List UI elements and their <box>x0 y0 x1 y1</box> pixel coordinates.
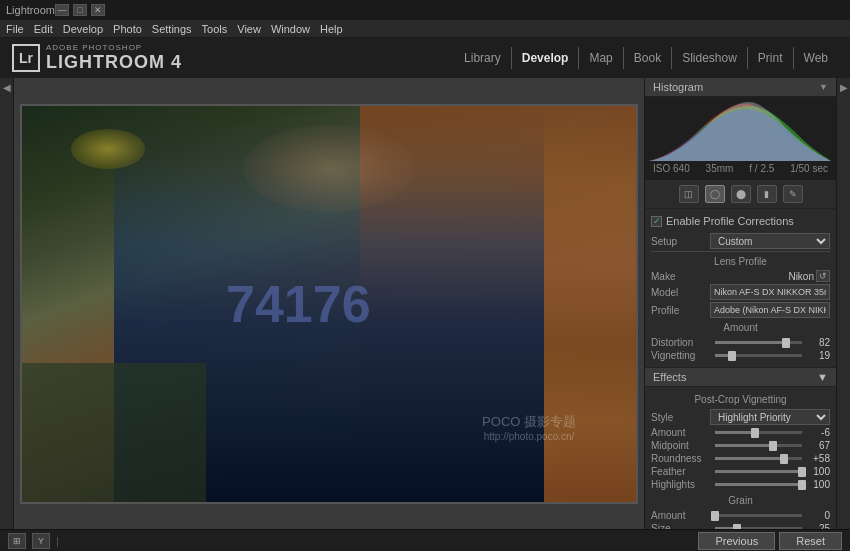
distortion-track[interactable] <box>715 341 802 344</box>
hist-shutter: 1/50 sec <box>790 163 828 174</box>
lightroom-text: LIGHTROOM 4 <box>46 52 182 73</box>
setup-select[interactable]: Custom <box>710 233 830 249</box>
close-button[interactable]: ✕ <box>91 4 105 16</box>
right-panel-arrow[interactable]: ▶ <box>836 78 850 529</box>
tab-web[interactable]: Web <box>794 47 838 69</box>
roundness-label: Roundness <box>651 453 711 464</box>
vignetting-track[interactable] <box>715 354 802 357</box>
menu-tools[interactable]: Tools <box>202 23 228 35</box>
menu-develop[interactable]: Develop <box>63 23 103 35</box>
profile-label: Profile <box>651 305 706 316</box>
amount-thumb[interactable] <box>751 428 759 438</box>
lens-corrections-section: ✓ Enable Profile Corrections Setup Custo… <box>645 209 836 368</box>
amount-track[interactable] <box>715 431 802 434</box>
effects-panel-header[interactable]: Effects ▼ <box>645 368 836 387</box>
photo-frame: 74176 POCO 摄影专题 http://photo.poco.cn/ <box>20 104 638 504</box>
feather-track[interactable] <box>715 470 802 473</box>
grain-size-thumb[interactable] <box>733 524 741 529</box>
distortion-label: Distortion <box>651 337 711 348</box>
enable-corrections-checkbox[interactable]: ✓ <box>651 216 662 227</box>
vignetting-slider-row: Vignetting 19 <box>651 350 830 361</box>
grain-amount-track[interactable] <box>715 514 802 517</box>
app-logo: Lr ADOBE PHOTOSHOP LIGHTROOM 4 <box>12 43 182 73</box>
distortion-value: 82 <box>806 337 830 348</box>
tool-brush[interactable]: ✎ <box>783 185 803 203</box>
histogram-info: ISO 640 35mm f / 2.5 1/50 sec <box>649 161 832 176</box>
midpoint-thumb[interactable] <box>769 441 777 451</box>
tab-develop[interactable]: Develop <box>512 47 580 69</box>
lens-profile-label: Lens Profile <box>651 254 830 269</box>
amount-value: -6 <box>806 427 830 438</box>
left-panel: ◀ <box>0 78 14 529</box>
menu-file[interactable]: File <box>6 23 24 35</box>
midpoint-slider-row: Midpoint 67 <box>651 440 830 451</box>
distortion-thumb[interactable] <box>782 338 790 348</box>
previous-button[interactable]: Previous <box>698 532 775 550</box>
hist-iso: ISO 640 <box>653 163 690 174</box>
histogram-panel-header[interactable]: Histogram ▼ <box>645 78 836 97</box>
make-value-container: Nikon ↺ <box>788 270 830 282</box>
make-label: Make <box>651 271 675 282</box>
profile-row: Profile <box>651 302 830 318</box>
grain-amount-label: Amount <box>651 510 711 521</box>
tool-crop[interactable]: ◫ <box>679 185 699 203</box>
face-hint <box>243 125 415 212</box>
menu-help[interactable]: Help <box>320 23 343 35</box>
make-reset-btn[interactable]: ↺ <box>816 270 830 282</box>
tab-print[interactable]: Print <box>748 47 794 69</box>
model-label: Model <box>651 287 706 298</box>
histogram-arrow: ▼ <box>819 82 828 92</box>
feather-thumb[interactable] <box>798 467 806 477</box>
grain-amount-thumb[interactable] <box>711 511 719 521</box>
menu-settings[interactable]: Settings <box>152 23 192 35</box>
tab-slideshow[interactable]: Slideshow <box>672 47 748 69</box>
style-label: Style <box>651 412 706 423</box>
setup-row: Setup Custom <box>651 233 830 249</box>
left-panel-arrow[interactable]: ◀ <box>3 82 11 93</box>
menu-edit[interactable]: Edit <box>34 23 53 35</box>
right-panel: Histogram ▼ <box>644 78 836 529</box>
midpoint-label: Midpoint <box>651 440 711 451</box>
highlights-slider-row: Highlights 100 <box>651 479 830 490</box>
tool-healing[interactable]: ◯ <box>705 185 725 203</box>
highlights-value: 100 <box>806 479 830 490</box>
tool-redeye[interactable]: ⬤ <box>731 185 751 203</box>
menu-window[interactable]: Window <box>271 23 310 35</box>
roundness-thumb[interactable] <box>780 454 788 464</box>
model-row: Model <box>651 284 830 300</box>
midpoint-fill <box>715 444 773 447</box>
highlights-thumb[interactable] <box>798 480 806 490</box>
minimize-button[interactable]: — <box>55 4 69 16</box>
street-hint <box>22 363 206 502</box>
grain-size-track[interactable] <box>715 527 802 529</box>
midpoint-track[interactable] <box>715 444 802 447</box>
bottom-icon-grid[interactable]: ⊞ <box>8 533 26 549</box>
style-select[interactable]: Highlight Priority <box>710 409 830 425</box>
feather-value: 100 <box>806 466 830 477</box>
tab-book[interactable]: Book <box>624 47 672 69</box>
titlebar: Lightroom — □ ✕ <box>0 0 850 20</box>
menu-view[interactable]: View <box>237 23 261 35</box>
histogram-title: Histogram <box>653 81 703 93</box>
highlights-track[interactable] <box>715 483 802 486</box>
effects-section: Post-Crop Vignetting Style Highlight Pri… <box>645 387 836 529</box>
vignetting-thumb[interactable] <box>728 351 736 361</box>
bottom-separator: | <box>56 535 59 547</box>
profile-input[interactable] <box>710 302 830 318</box>
vignetting-value: 19 <box>806 350 830 361</box>
distortion-fill <box>715 341 786 344</box>
maximize-button[interactable]: □ <box>73 4 87 16</box>
tab-map[interactable]: Map <box>579 47 623 69</box>
amount-section-label: Amount <box>651 320 830 335</box>
grain-size-label: Size <box>651 523 711 529</box>
model-input[interactable] <box>710 284 830 300</box>
menu-photo[interactable]: Photo <box>113 23 142 35</box>
enable-corrections-label: Enable Profile Corrections <box>666 215 794 227</box>
roundness-track[interactable] <box>715 457 802 460</box>
reset-button[interactable]: Reset <box>779 532 842 550</box>
tool-gradient[interactable]: ▮ <box>757 185 777 203</box>
tab-library[interactable]: Library <box>454 47 512 69</box>
amount-slider-row: Amount -6 <box>651 427 830 438</box>
post-crop-title: Post-Crop Vignetting <box>651 391 830 407</box>
bottom-icon-compare[interactable]: Y <box>32 533 50 549</box>
